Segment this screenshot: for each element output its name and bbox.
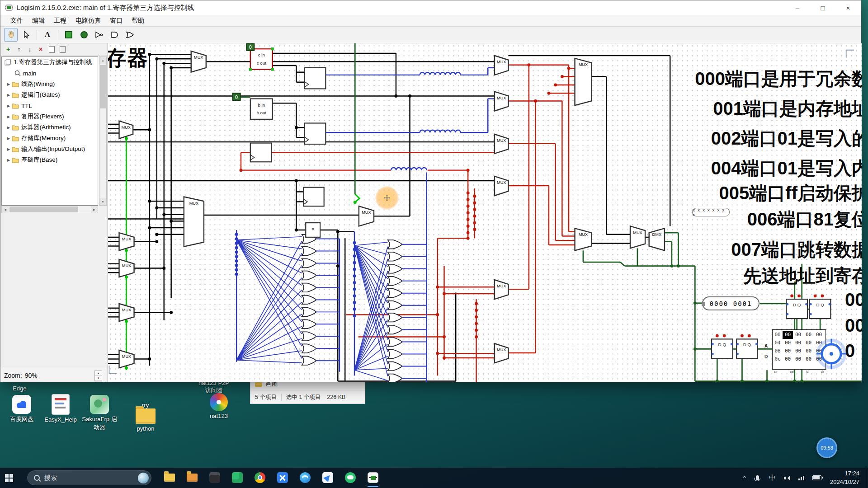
chevron-right-icon[interactable]: ▶ (5, 158, 12, 162)
chevron-right-icon[interactable]: ▶ (5, 147, 12, 151)
ime-indicator[interactable]: 中 (769, 474, 776, 482)
folder-icon (12, 157, 19, 163)
output-pin-button[interactable] (77, 28, 91, 42)
sakurafrp-avatar-icon (90, 395, 109, 414)
svg-text:MUX: MUX (497, 347, 506, 352)
scroll-left-arrow[interactable]: ◀ (2, 206, 9, 213)
taskbar-green-app[interactable] (231, 471, 244, 484)
and-gate-button[interactable] (108, 28, 122, 42)
tree-item-plexers[interactable]: ▶ 复用器(Plexers) (2, 111, 98, 122)
desktop-icon-nat123[interactable]: nat123 (201, 393, 237, 419)
tree-vertical-scrollbar[interactable]: ▲ ▼ (99, 56, 107, 206)
taskbar-cube-app[interactable] (208, 471, 221, 484)
taskbar-browser-e[interactable] (299, 471, 311, 484)
zoom-decrease-button[interactable]: ▼ (95, 376, 102, 381)
system-tray: ^ 中 17:24 2024/10/27 (739, 468, 868, 488)
tray-chevron-icon[interactable]: ^ (743, 474, 746, 481)
microphone-icon[interactable] (754, 475, 761, 480)
close-button[interactable]: × (835, 0, 861, 15)
taskbar-file-explorer[interactable] (163, 471, 176, 484)
not-gate-button[interactable] (93, 28, 106, 42)
select-tool-button[interactable] (19, 28, 33, 42)
taskbar-clock[interactable]: 17:24 2024/10/27 (830, 469, 859, 486)
taskbar-search[interactable]: 搜索 (27, 470, 151, 485)
scrollbar-thumb[interactable] (9, 206, 78, 212)
text-tool-button[interactable]: A (41, 28, 54, 42)
ram-pin-labels: strselldclr (772, 370, 826, 373)
poke-tool-button[interactable] (4, 28, 18, 42)
chevron-right-icon[interactable]: ▶ (5, 136, 12, 141)
taskbar-logisim[interactable] (367, 471, 379, 484)
clock-date: 2024/10/27 (830, 478, 859, 486)
chevron-right-icon[interactable]: ▶ (5, 93, 12, 97)
view-simulation-button[interactable] (57, 45, 67, 54)
or-gate-button[interactable] (123, 28, 137, 42)
menu-project[interactable]: 工程 (49, 17, 71, 25)
svg-text:c out: c out (257, 61, 267, 66)
tree-horizontal-scrollbar[interactable]: ◀ ▶ (1, 206, 98, 213)
and-gate-icon (110, 31, 119, 38)
project-tree: 1.寄存器第三方选择与控制线 main ▶ 线路(Wiring) ▶ 逻辑门(G… (1, 56, 98, 206)
annotation-port-002: 002端口01是写入的 (711, 126, 862, 151)
annotation-port-004: 004端口01是写入内 (711, 156, 862, 181)
menu-window[interactable]: 窗口 (105, 17, 127, 25)
desktop-icon-baidu[interactable]: 百度网盘 (4, 395, 40, 423)
annotation-port-001: 001端口是内存地址 (713, 96, 862, 121)
desktop-label-edge[interactable]: Edge (13, 385, 26, 392)
minimize-button[interactable]: – (785, 0, 810, 15)
tree-item-gates[interactable]: ▶ 逻辑门(Gates) (2, 89, 98, 100)
tree-item-main[interactable]: main (2, 68, 98, 79)
speaker-icon[interactable] (784, 475, 790, 481)
tree-item-ttl[interactable]: ▶ TTL (2, 100, 98, 111)
tree-item-memory[interactable]: ▶ 存储库(Memory) (2, 133, 98, 144)
status-items-count: 5 个项目 (255, 394, 277, 401)
taskbar-chrome[interactable] (254, 471, 266, 484)
scroll-up-arrow[interactable]: ▲ (99, 57, 106, 64)
remove-circuit-button[interactable]: × (36, 45, 46, 54)
input-pin-button[interactable] (62, 28, 75, 42)
start-button[interactable] (0, 468, 18, 488)
zoom-spinner[interactable]: ▲ ▼ (94, 371, 102, 381)
taskbar-xtool-app[interactable] (276, 471, 289, 484)
tree-item-base[interactable]: ▶ 基础库(Base) (2, 155, 98, 165)
titlebar[interactable]: Logisim 2.15.0.2.exe: main of 1.寄存器第三方选择… (0, 0, 861, 15)
menu-simulate[interactable]: 电路仿真 (71, 17, 105, 25)
chevron-right-icon[interactable]: ▶ (5, 82, 12, 86)
chevron-right-icon[interactable]: ▶ (5, 115, 12, 119)
tree-item-project[interactable]: 1.寄存器第三方选择与控制线 (2, 57, 98, 68)
show-desktop-button[interactable] (866, 468, 868, 488)
menu-help[interactable]: 帮助 (127, 17, 149, 25)
chevron-right-icon[interactable]: ▶ (5, 126, 12, 130)
taskbar-kite-app[interactable] (321, 471, 334, 484)
desktop-icon-python[interactable]: python (127, 406, 164, 432)
circuit-canvas[interactable]: MUXMUXMUXMUXMUXMUXMUXMUXMUXMUXMUXMUXMUXM… (108, 43, 862, 382)
taskbar-documents[interactable] (186, 471, 198, 484)
tree-item-label: 输入/输出(Input/Output) (21, 145, 85, 153)
move-up-button[interactable]: ↑ (14, 45, 24, 54)
desktop-icon-label: 百度网盘 (4, 415, 40, 423)
taskbar-chat-app[interactable] (344, 471, 357, 484)
zoom-increase-button[interactable]: ▲ (95, 371, 102, 376)
desktop-icon-easyx[interactable]: EasyX_Help (42, 394, 79, 423)
chevron-right-icon[interactable]: ▶ (5, 104, 12, 108)
tree-item-io[interactable]: ▶ 输入/输出(Input/Output) (2, 144, 98, 155)
battery-icon[interactable] (812, 475, 821, 480)
floating-timer-bubble[interactable]: 09:53 (816, 437, 837, 458)
svg-text:MUX: MUX (194, 55, 203, 60)
tree-item-arithmetic[interactable]: ▶ 运算器(Arithmetic) (2, 122, 98, 133)
move-down-button[interactable]: ↓ (25, 45, 35, 54)
add-circuit-button[interactable]: + (3, 45, 13, 54)
scrollbar-thumb[interactable] (100, 65, 106, 108)
network-icon[interactable] (798, 476, 804, 480)
maximize-button[interactable]: □ (810, 0, 835, 15)
desktop-icon-sakurafrp[interactable]: SakuraFrp 启动器 (81, 395, 118, 432)
scroll-right-arrow[interactable]: ▶ (91, 206, 98, 213)
tree-item-wiring[interactable]: ▶ 线路(Wiring) (2, 79, 98, 89)
taskbar: 搜索 (0, 468, 868, 488)
baidu-cloud-icon (12, 395, 31, 414)
annotation-port-007: 007端口跳转数据 (731, 237, 862, 262)
scroll-down-arrow[interactable]: ▼ (99, 198, 106, 205)
menu-edit[interactable]: 编辑 (28, 17, 49, 25)
view-toolbox-button[interactable] (47, 45, 57, 54)
menu-file[interactable]: 文件 (6, 17, 28, 25)
